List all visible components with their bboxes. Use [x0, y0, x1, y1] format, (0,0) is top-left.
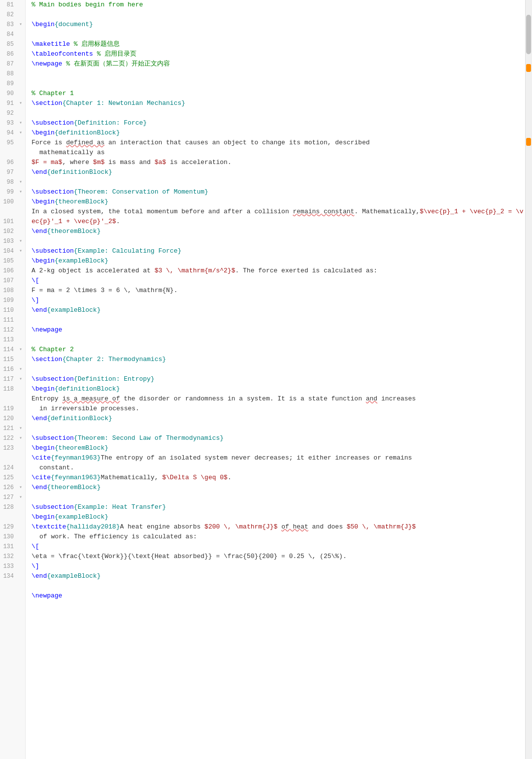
line-row-continuation: [0, 512, 25, 522]
line-number: 126: [0, 483, 18, 493]
code-line: F = ma = 2 \times 3 = 6 \, \mathrm{N}.: [32, 286, 524, 296]
fold-closed-icon[interactable]: ▾: [18, 345, 24, 355]
line-number: 112: [0, 325, 18, 335]
line-number: 113: [0, 335, 18, 345]
line-number: 122: [0, 433, 18, 443]
code-line: In a closed system, the total momentum b…: [32, 207, 524, 227]
line-number: 83: [0, 20, 18, 30]
line-row: 132: [0, 552, 25, 561]
code-line: A 2-kg object is accelerated at $3 \, \m…: [32, 266, 524, 276]
line-row: 95: [0, 138, 25, 148]
line-number: 85: [0, 39, 18, 49]
fold-closed-icon[interactable]: ▾: [18, 246, 24, 256]
fold-closed-icon[interactable]: ▾: [18, 424, 24, 433]
fold-closed-icon[interactable]: ▾: [18, 236, 24, 246]
line-row: 113: [0, 335, 25, 345]
line-row: 122▾: [0, 433, 25, 443]
line-row: 82: [0, 10, 25, 20]
fold-closed-icon[interactable]: ▾: [18, 433, 24, 443]
code-line: \subsection{Example: Heat Transfer}: [32, 502, 524, 512]
code-line: \end{theoremBlock}: [32, 483, 524, 493]
line-number: 103: [0, 236, 18, 246]
line-number: 108: [0, 286, 18, 296]
code-line: \newpage: [32, 591, 524, 601]
line-row: 124: [0, 463, 25, 473]
line-number: 101: [0, 217, 18, 227]
line-row: 83▾: [0, 20, 25, 30]
line-number: 115: [0, 355, 18, 364]
line-row: 128: [0, 502, 25, 512]
line-row: 88: [0, 69, 25, 79]
line-row: 100: [0, 197, 25, 207]
line-row: 91▾: [0, 99, 25, 108]
fold-closed-icon[interactable]: ▾: [18, 177, 24, 187]
line-row: 81: [0, 0, 25, 10]
code-line: [32, 79, 524, 89]
code-line: [32, 236, 524, 246]
line-row: 123: [0, 443, 25, 453]
code-line: [32, 364, 524, 374]
line-number: 84: [0, 30, 18, 39]
line-number: 88: [0, 69, 18, 79]
line-number: 99: [0, 187, 18, 197]
line-number: 95: [0, 138, 18, 148]
line-row: 107: [0, 276, 25, 286]
code-line: [32, 581, 524, 591]
code-line: % Main bodies begin from here: [32, 0, 524, 10]
line-number: 94: [0, 128, 18, 138]
fold-closed-icon[interactable]: ▾: [18, 187, 24, 197]
line-row: 114▾: [0, 345, 25, 355]
code-line: [32, 10, 524, 20]
line-number: 90: [0, 89, 18, 99]
line-row: 96: [0, 158, 25, 167]
line-number: 117: [0, 374, 18, 384]
line-row: 104▾: [0, 246, 25, 256]
line-number: 123: [0, 443, 18, 453]
line-number: 116: [0, 364, 18, 374]
code-line: [32, 69, 524, 79]
line-number: 105: [0, 256, 18, 266]
code-line: \newpage: [32, 325, 524, 335]
line-row: 126▾: [0, 483, 25, 493]
code-line: \[: [32, 276, 524, 286]
code-area[interactable]: % Main bodies begin from here\begin{docu…: [26, 0, 532, 759]
fold-closed-icon[interactable]: ▾: [18, 20, 24, 30]
fold-closed-icon[interactable]: ▾: [18, 118, 24, 128]
fold-closed-icon[interactable]: ▾: [18, 374, 24, 384]
code-line: \begin{definitionBlock}: [32, 384, 524, 394]
line-row: 92: [0, 108, 25, 118]
line-number: 129: [0, 522, 18, 532]
scrollbar-thumb[interactable]: [526, 15, 531, 54]
line-row: 109: [0, 296, 25, 305]
line-number: 120: [0, 414, 18, 424]
code-line: \newpage % 在新页面（第二页）开始正文内容: [32, 59, 524, 69]
line-number: 102: [0, 227, 18, 236]
line-number: 92: [0, 108, 18, 118]
line-row-continuation: [0, 148, 25, 158]
code-line: \cite{feynman1963}The entropy of an isol…: [32, 453, 524, 483]
line-row: 131: [0, 542, 25, 552]
line-number: 124: [0, 463, 18, 473]
code-line: [32, 177, 524, 187]
fold-closed-icon[interactable]: ▾: [18, 483, 24, 493]
line-number: 107: [0, 276, 18, 286]
line-number: 81: [0, 0, 18, 10]
line-numbers: 818283▾8485868788899091▾9293▾94▾95969798…: [0, 0, 25, 581]
line-number: 119: [0, 404, 18, 414]
code-line: Force is defined as an interaction that …: [32, 138, 524, 167]
line-row: 85: [0, 39, 25, 49]
editor-container: 818283▾8485868788899091▾9293▾94▾95969798…: [0, 0, 532, 759]
line-row: 89: [0, 79, 25, 89]
fold-closed-icon[interactable]: ▾: [18, 493, 24, 502]
scrollbar-marker-2: [526, 138, 531, 146]
line-row: 93▾: [0, 118, 25, 128]
line-row-continuation: [0, 394, 25, 404]
fold-closed-icon[interactable]: ▾: [18, 99, 24, 108]
line-row: 120: [0, 414, 25, 424]
scrollbar[interactable]: [525, 0, 532, 759]
fold-closed-icon[interactable]: ▾: [18, 128, 24, 138]
line-number: 127: [0, 493, 18, 502]
fold-closed-icon[interactable]: ▾: [18, 364, 24, 374]
line-row: 98▾: [0, 177, 25, 187]
line-number: 111: [0, 315, 18, 325]
